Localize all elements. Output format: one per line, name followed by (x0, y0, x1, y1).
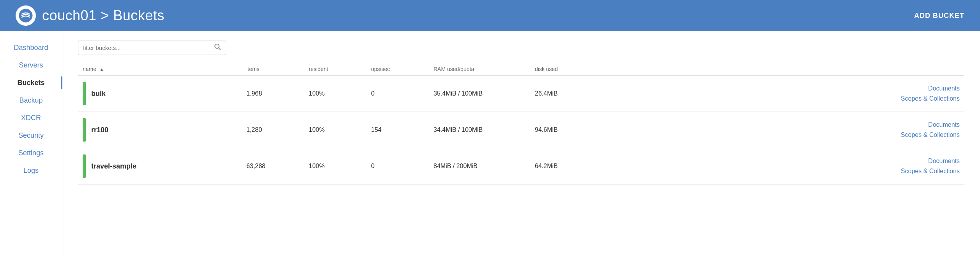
bucket-actions: Documents Scopes & Collections (616, 112, 964, 148)
bucket-ops: 154 (366, 112, 429, 148)
app-logo (16, 5, 36, 26)
table-row: rr100 1,280 100% 154 34.4MiB / 100MiB 94… (78, 112, 964, 148)
bucket-items: 1,280 (242, 112, 304, 148)
table-row: bulk 1,968 100% 0 35.4MiB / 100MiB 26.4M… (78, 76, 964, 112)
bucket-status-indicator (83, 118, 86, 142)
page-title: couch01 > Buckets (42, 7, 165, 24)
col-header-name[interactable]: name ▲ (78, 63, 242, 76)
scopes-collections-link[interactable]: Scopes & Collections (621, 94, 960, 104)
bucket-name-cell: travel-sample (78, 148, 242, 184)
bucket-disk: 94.6MiB (530, 112, 616, 148)
documents-link[interactable]: Documents (621, 120, 960, 130)
bucket-resident: 100% (304, 148, 366, 184)
sidebar-item-servers[interactable]: Servers (0, 57, 62, 74)
bucket-name: travel-sample (91, 162, 136, 170)
sidebar-item-logs[interactable]: Logs (0, 162, 62, 179)
sidebar-item-xdcr[interactable]: XDCR (0, 109, 62, 127)
bucket-items: 63,288 (242, 148, 304, 184)
bucket-ops: 0 (366, 76, 429, 112)
col-header-ram[interactable]: RAM used/quota (429, 63, 530, 76)
svg-line-2 (219, 48, 221, 50)
documents-link[interactable]: Documents (621, 156, 960, 166)
bucket-name-cell: bulk (78, 76, 242, 112)
bucket-resident: 100% (304, 112, 366, 148)
bucket-status-indicator (83, 82, 86, 105)
col-header-resident[interactable]: resident (304, 63, 366, 76)
bucket-name: bulk (91, 90, 106, 98)
search-icon[interactable] (214, 43, 221, 52)
bucket-ram: 84MiB / 200MiB (429, 148, 530, 184)
bucket-disk: 64.2MiB (530, 148, 616, 184)
sort-arrow-icon: ▲ (99, 67, 104, 72)
sidebar-item-settings[interactable]: Settings (0, 144, 62, 162)
col-header-disk[interactable]: disk used (530, 63, 616, 76)
main-content: name ▲ items resident ops/sec RAM used/q… (62, 31, 980, 259)
filter-input-wrapper (78, 41, 226, 55)
col-header-actions (616, 63, 964, 76)
col-header-items[interactable]: items (242, 63, 304, 76)
filter-bar (78, 41, 964, 55)
app-header: couch01 > Buckets ADD BUCKET (0, 0, 980, 31)
table-row: travel-sample 63,288 100% 0 84MiB / 200M… (78, 148, 964, 184)
bucket-status-indicator (83, 154, 86, 178)
bucket-ram: 35.4MiB / 100MiB (429, 76, 530, 112)
col-header-ops[interactable]: ops/sec (366, 63, 429, 76)
sidebar-item-dashboard[interactable]: Dashboard (0, 39, 62, 57)
bucket-name: rr100 (91, 126, 108, 134)
bucket-actions: Documents Scopes & Collections (616, 76, 964, 112)
sidebar-item-security[interactable]: Security (0, 127, 62, 144)
bucket-disk: 26.4MiB (530, 76, 616, 112)
documents-link[interactable]: Documents (621, 83, 960, 94)
bucket-resident: 100% (304, 76, 366, 112)
bucket-name-cell: rr100 (78, 112, 242, 148)
bucket-ops: 0 (366, 148, 429, 184)
scopes-collections-link[interactable]: Scopes & Collections (621, 166, 960, 176)
sidebar-item-buckets[interactable]: Buckets (0, 74, 62, 92)
scopes-collections-link[interactable]: Scopes & Collections (621, 130, 960, 140)
sidebar-item-backup[interactable]: Backup (0, 92, 62, 109)
buckets-table: name ▲ items resident ops/sec RAM used/q… (78, 63, 964, 184)
bucket-ram: 34.4MiB / 100MiB (429, 112, 530, 148)
bucket-actions: Documents Scopes & Collections (616, 148, 964, 184)
bucket-items: 1,968 (242, 76, 304, 112)
add-bucket-button[interactable]: ADD BUCKET (914, 12, 964, 20)
sidebar: Dashboard Servers Buckets Backup XDCR Se… (0, 31, 62, 259)
filter-input[interactable] (83, 44, 214, 51)
